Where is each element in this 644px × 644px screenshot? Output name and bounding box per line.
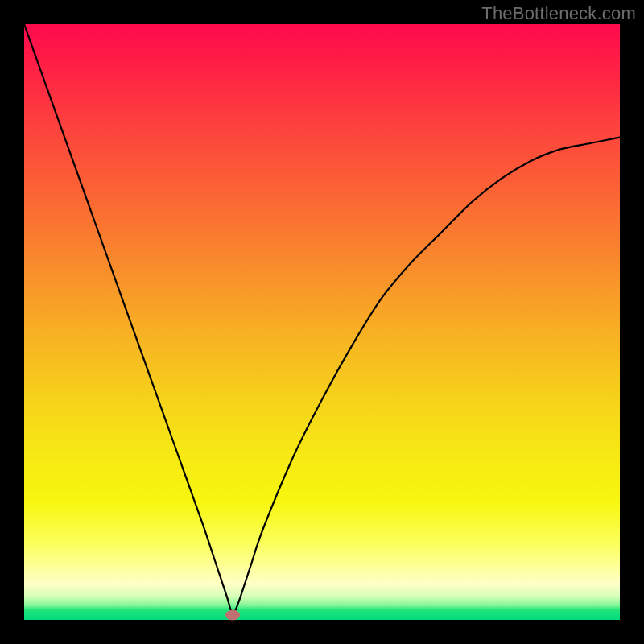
optimal-point-marker bbox=[225, 610, 240, 621]
chart-frame: TheBottleneck.com bbox=[0, 0, 644, 644]
bottleneck-curve bbox=[24, 24, 620, 620]
watermark-text: TheBottleneck.com bbox=[481, 3, 636, 24]
plot-area bbox=[24, 24, 620, 620]
